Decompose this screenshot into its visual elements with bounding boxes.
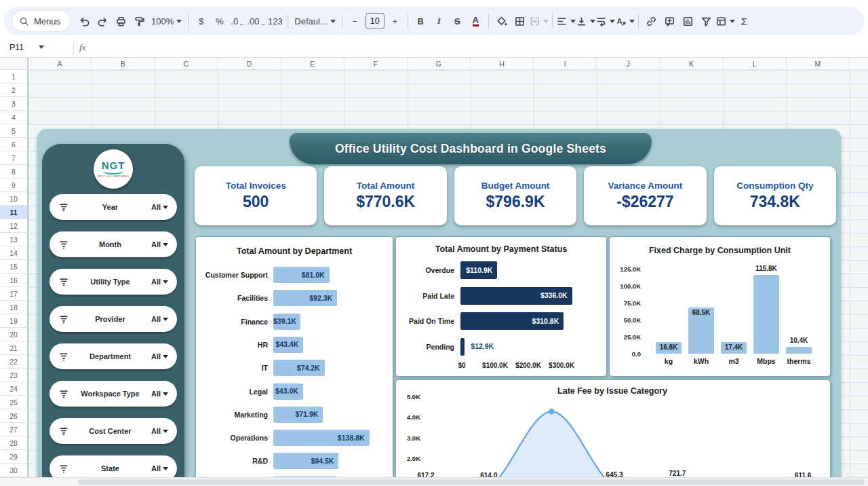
chart-total-amount-by-payment-status[interactable]: Total Amount by Payment StatusOverdue$11… [395,236,607,377]
chart-late-fee-by-issue-category[interactable]: Late Fee by Issue Category 0.01.0K2.0K3.… [395,379,831,486]
format-percent-button[interactable]: % [210,12,229,31]
font-size-button[interactable]: 10 [364,12,386,31]
decrease-font-size-button[interactable]: − [346,12,364,31]
slicer-value-dropdown[interactable]: All [151,390,168,398]
row-header-19[interactable]: 19 [0,314,28,328]
column-header-L[interactable]: L [724,58,787,69]
row-header-29[interactable]: 29 [0,450,28,464]
row-header-15[interactable]: 15 [0,260,28,274]
filter-views-button[interactable] [715,12,735,31]
column-header-C[interactable]: C [155,58,218,69]
row-header-25[interactable]: 25 [0,396,28,409]
row-header-22[interactable]: 22 [0,355,28,369]
slicer-value-dropdown[interactable]: All [151,315,168,323]
slicer-value-dropdown[interactable]: All [151,240,168,248]
redo-button[interactable] [94,12,112,31]
insert-link-button[interactable] [642,12,660,31]
row-header-13[interactable]: 13 [0,233,28,246]
column-header-G[interactable]: G [408,58,471,69]
column-header-M[interactable]: M [787,58,850,69]
row-header-16[interactable]: 16 [0,274,28,287]
row-header-9[interactable]: 9 [0,179,28,192]
row-header-4[interactable]: 4 [0,111,28,124]
slicer-department[interactable]: DepartmentAll [50,343,177,369]
fill-color-button[interactable] [492,12,511,31]
slicer-year[interactable]: YearAll [50,194,177,220]
slicer-value-dropdown[interactable]: All [151,464,168,472]
slicer-value-dropdown[interactable]: All [151,427,168,435]
slicer-value-dropdown[interactable]: All [151,352,168,360]
row-header-23[interactable]: 23 [0,369,28,382]
increase-decimal-button[interactable]: .00→ [247,12,266,31]
more-formats-button[interactable]: 123 [266,12,284,31]
undo-button[interactable] [75,12,94,31]
bar-category-label: Legal [200,388,268,396]
row-header-6[interactable]: 6 [0,138,28,151]
row-header-14[interactable]: 14 [0,246,28,260]
horizontal-scrollbar[interactable] [0,477,868,486]
font-button[interactable]: Defaul... [292,12,338,31]
bold-button[interactable]: B [412,12,430,31]
row-header-8[interactable]: 8 [0,165,28,179]
name-box[interactable]: P11 [0,43,68,52]
column-header-A[interactable]: A [28,58,92,69]
italic-button[interactable]: I [430,12,448,31]
row-header-27[interactable]: 27 [0,423,28,436]
row-header-12[interactable]: 12 [0,219,28,233]
select-all-corner[interactable] [0,58,28,70]
row-header-5[interactable]: 5 [0,124,28,138]
slicer-utility-type[interactable]: Utility TypeAll [50,269,177,295]
paint-format-button[interactable] [130,12,149,31]
text-rotation-button[interactable]: A [615,12,635,31]
row-header-10[interactable]: 10 [0,192,28,206]
row-header-11[interactable]: 11 [0,206,28,219]
zoom-button[interactable]: 100% [149,12,184,31]
row-header-20[interactable]: 20 [0,328,28,341]
chart-fixed-charge-by-consumption-unit[interactable]: Fixed Charge by Consumption Unit0.025.0K… [609,236,831,377]
row-header-1[interactable]: 1 [0,70,28,83]
text-wrap-button[interactable] [595,12,615,31]
column-header-B[interactable]: B [92,58,155,69]
row-header-18[interactable]: 18 [0,301,28,314]
slicer-cost-center[interactable]: Cost CenterAll [50,418,177,444]
slicer-month[interactable]: MonthAll [50,231,177,257]
insert-chart-button[interactable] [679,12,697,31]
column-header-J[interactable]: J [597,58,660,69]
horizontal-align-button[interactable] [556,12,576,31]
chart-total-amount-by-department[interactable]: Total Amount by DepartmentCustomer Suppo… [195,236,393,486]
horizontal-scrollbar-thumb[interactable] [78,479,865,485]
slicer-workspace-type[interactable]: Workspace TypeAll [50,381,177,407]
column-header-F[interactable]: F [344,58,408,69]
slicer-value-dropdown[interactable]: All [151,203,168,211]
row-header-28[interactable]: 28 [0,436,28,450]
slicer-value-dropdown[interactable]: All [151,278,168,286]
vertical-align-button[interactable] [576,12,595,31]
row-header-2[interactable]: 2 [0,83,28,97]
menus-button[interactable]: Menus [12,11,70,31]
column-header-I[interactable]: I [534,58,597,69]
decrease-decimal-button[interactable]: .0← [229,12,247,31]
borders-button[interactable] [511,12,529,31]
row-header-26[interactable]: 26 [0,409,28,423]
row-header-30[interactable]: 30 [0,464,28,477]
format-currency-button[interactable]: $ [192,12,210,31]
font-size-value[interactable]: 10 [366,13,384,29]
row-header-3[interactable]: 3 [0,97,28,111]
strikethrough-button[interactable]: S [448,12,467,31]
insert-comment-button[interactable] [660,12,679,31]
column-header-K[interactable]: K [660,58,723,69]
increase-font-size-button[interactable]: + [386,12,404,31]
row-header-17[interactable]: 17 [0,287,28,301]
slicer-provider[interactable]: ProviderAll [50,306,177,332]
row-header-24[interactable]: 24 [0,382,28,396]
column-header-E[interactable]: E [281,58,344,69]
print-button[interactable] [112,12,130,31]
row-header-21[interactable]: 21 [0,341,28,355]
create-filter-button[interactable] [697,12,715,31]
column-header-D[interactable]: D [218,58,281,69]
row-header-7[interactable]: 7 [0,151,28,165]
fx-icon[interactable]: fx [79,42,85,53]
functions-button[interactable]: Σ [735,12,753,31]
column-header-H[interactable]: H [471,58,534,69]
text-color-button[interactable]: A [467,12,485,31]
